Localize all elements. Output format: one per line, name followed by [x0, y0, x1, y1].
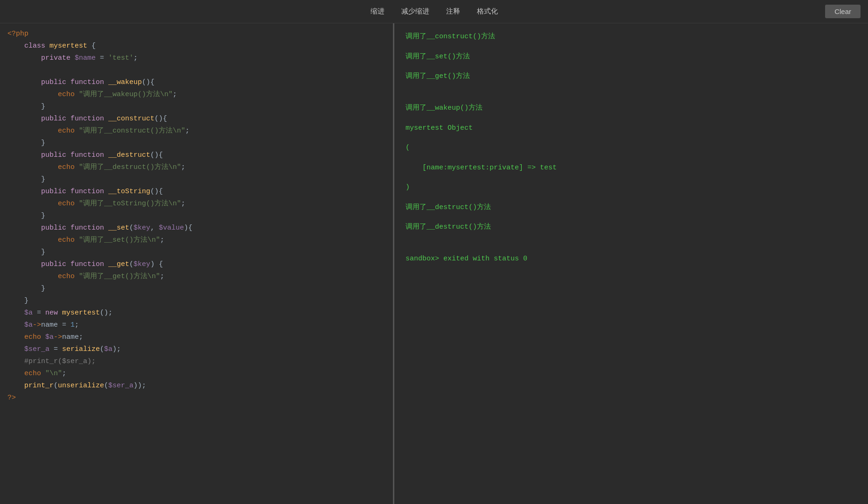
output-panel: 调用了__construct()方法调用了__set()方法调用了__get()… [394, 23, 868, 504]
code-line: } [0, 246, 393, 259]
code-line: echo "调用了__destruct()方法\n"; [0, 161, 393, 174]
output-line: mysertest Object [406, 122, 857, 134]
code-line: echo "调用了__set()方法\n"; [0, 234, 393, 246]
code-line: class mysertest { [0, 40, 393, 52]
code-line [0, 64, 393, 77]
code-line: } [0, 295, 393, 307]
code-editor[interactable]: <?php class mysertest { private $name = … [0, 23, 394, 504]
code-line: <?php [0, 28, 393, 40]
main-content: <?php class mysertest { private $name = … [0, 23, 868, 504]
indent-button[interactable]: 缩进 [367, 5, 388, 18]
code-line: public function __get($key) { [0, 259, 393, 271]
output-line: 调用了__set()方法 [406, 51, 857, 63]
code-line: $a->name = 1; [0, 319, 393, 331]
code-line: private $name = 'test'; [0, 52, 393, 64]
code-line: ?> [0, 392, 393, 404]
code-line: } [0, 210, 393, 222]
code-line: $a = new mysertest(); [0, 307, 393, 319]
code-line: $ser_a = serialize($a); [0, 343, 393, 356]
output-line: 调用了__get()方法 [406, 70, 857, 83]
output-line: 调用了__construct()方法 [406, 31, 857, 43]
output-line: 调用了__destruct()方法 [406, 202, 857, 214]
output-line: ) [406, 182, 857, 194]
code-line: echo "调用了__construct()方法\n"; [0, 125, 393, 137]
comment-button[interactable]: 注释 [442, 5, 464, 18]
format-button[interactable]: 格式化 [473, 5, 502, 18]
code-line: } [0, 137, 393, 149]
code-line: public function __wakeup(){ [0, 77, 393, 89]
code-line: print_r(unserialize($ser_a)); [0, 380, 393, 392]
output-line: sandbox> exited with status 0 [406, 253, 857, 265]
dedent-button[interactable]: 减少缩进 [398, 5, 433, 18]
code-line: public function __toString(){ [0, 186, 393, 198]
code-line: } [0, 174, 393, 186]
code-line: echo "\n"; [0, 368, 393, 380]
code-line: echo "调用了__wakeup()方法\n"; [0, 89, 393, 101]
code-line: } [0, 283, 393, 295]
output-line: 调用了__destruct()方法 [406, 221, 857, 233]
code-line: echo "调用了__get()方法\n"; [0, 271, 393, 283]
code-line: echo $a->name; [0, 331, 393, 343]
clear-button[interactable]: Clear [825, 5, 861, 18]
output-line: ( [406, 142, 857, 154]
code-line: #print_r($ser_a); [0, 356, 393, 368]
output-line: 调用了__wakeup()方法 [406, 102, 857, 114]
code-line: public function __construct(){ [0, 113, 393, 125]
output-line [406, 241, 857, 253]
output-line: [name:mysertest:private] => test [406, 162, 857, 174]
code-line: public function __destruct(){ [0, 149, 393, 161]
code-line: public function __set($key, $value){ [0, 222, 393, 234]
code-line: echo "调用了__toString()方法\n"; [0, 198, 393, 210]
output-line [406, 91, 857, 103]
toolbar-actions: 缩进 减少缩进 注释 格式化 [367, 5, 502, 18]
toolbar: 缩进 减少缩进 注释 格式化 Clear [0, 0, 868, 23]
code-line: } [0, 101, 393, 113]
